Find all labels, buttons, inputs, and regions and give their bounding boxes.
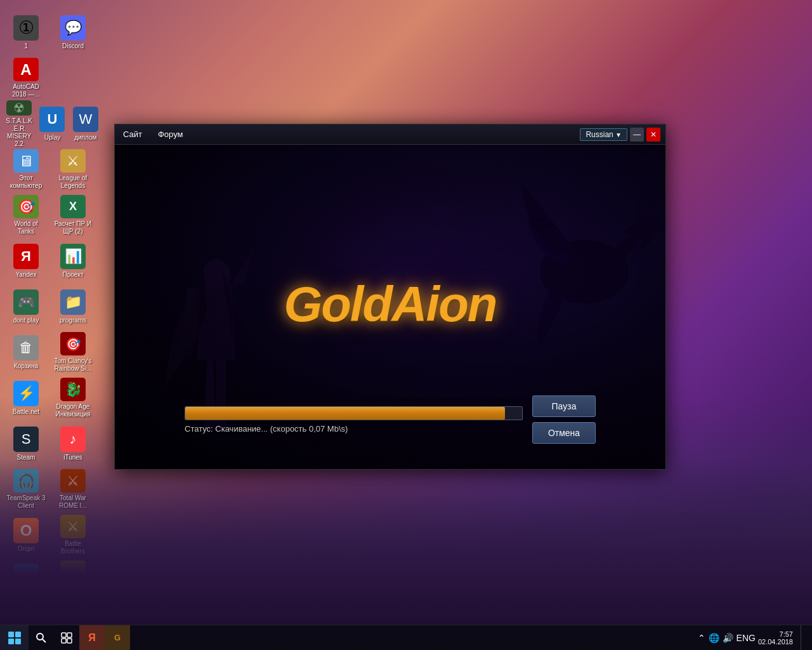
cancel-button[interactable]: Отмена <box>532 422 596 444</box>
svg-line-14 <box>43 639 46 642</box>
tray-network-icon[interactable]: 🌐 <box>709 633 719 643</box>
app-window: Сайт Форум Russian ▼ — ✕ <box>114 124 666 470</box>
taskbar-right-area: ⌃ 🌐 🔊 ENG 7:57 02.04.2018 <box>698 625 812 651</box>
minimize-button[interactable]: — <box>630 128 644 142</box>
clock-date: 02.04.2018 <box>758 638 793 646</box>
desktop-icon-korzina[interactable]: 🗑 Корзина <box>3 329 49 375</box>
svg-rect-15 <box>62 633 66 637</box>
progress-bar-container <box>185 406 523 420</box>
menu-forum[interactable]: Форум <box>155 128 187 140</box>
yandex-taskbar-button[interactable]: Я <box>79 625 105 651</box>
search-button[interactable] <box>29 625 54 651</box>
close-button[interactable]: ✕ <box>646 128 660 142</box>
taskbar-clock[interactable]: 7:57 02.04.2018 <box>758 630 793 646</box>
menu-bar: Сайт Форум <box>120 128 573 140</box>
menu-site[interactable]: Сайт <box>120 128 145 140</box>
svg-point-13 <box>37 633 43 640</box>
desktop-icon-yandex[interactable]: Я Yandex <box>3 238 49 284</box>
desktop-icon-teamspeak[interactable]: 🎧 TeamSpeak 3 Client <box>3 467 49 512</box>
progress-bar-fill <box>185 407 505 420</box>
desktop-icon-discord[interactable]: 💬 Discord <box>50 10 96 55</box>
task-view-button[interactable] <box>54 625 79 651</box>
desktop-icon-dragonage[interactable]: 🐉 Dragon Age Инквизиция <box>50 375 96 421</box>
system-tray: ⌃ 🌐 🔊 ENG <box>698 633 756 643</box>
taskview-icon <box>61 632 72 644</box>
desktop-icon-programs[interactable]: 📁 programs <box>50 284 96 329</box>
game-title: GoldAion <box>284 275 497 333</box>
pause-button[interactable]: Пауза <box>532 395 596 417</box>
desktop-icon-brothers[interactable]: ⚔ Battle Brothers <box>50 512 96 558</box>
download-area: Статус: Скачивание... (скорость 0,07 Mb\… <box>185 395 596 444</box>
svg-marker-8 <box>232 246 254 288</box>
desktop-icons-area: ① 1 💬 Discord A AutoCAD 2018 —... ☢ S.T.… <box>0 6 105 607</box>
taskbar: Я G ⌃ 🌐 🔊 ENG 7:57 02.04.2018 <box>0 625 812 650</box>
clock-time: 7:57 <box>780 630 793 638</box>
title-bar: Сайт Форум Russian ▼ — ✕ <box>115 124 665 145</box>
tray-arrow-icon[interactable]: ⌃ <box>698 633 705 643</box>
start-button[interactable] <box>0 625 29 651</box>
svg-point-9 <box>202 259 230 291</box>
show-desktop-button[interactable] <box>801 625 806 651</box>
desktop-icon-autocad[interactable]: A AutoCAD 2018 —... <box>3 55 49 101</box>
status-text: Статус: Скачивание... (скорость 0,07 Mb\… <box>185 424 523 434</box>
desktop-icon-skype[interactable]: S Skype <box>3 558 49 604</box>
desktop-icon-battlenet[interactable]: ⚡ Battle.net <box>3 375 49 421</box>
desktop-icon-lol[interactable]: ⚔ League of Legends <box>50 147 96 192</box>
desktop-icon-totalwar[interactable]: ⚔ Total War ROME I... <box>50 467 96 512</box>
progress-section: Статус: Скачивание... (скорость 0,07 Mb\… <box>185 406 523 434</box>
svg-rect-16 <box>67 633 72 637</box>
desktop-icon-rainbow[interactable]: 🎯 Tom Clancy's Rainbow Si... <box>50 329 96 375</box>
window-controls: Russian ▼ — ✕ <box>580 128 660 142</box>
desktop-icon-proekt[interactable]: 📊 Проект <box>50 238 96 284</box>
svg-marker-7 <box>181 288 200 348</box>
desktop-icon-1[interactable]: ① 1 <box>3 10 49 55</box>
desktop-icon-stalker[interactable]: ☢ S.T.A.L.K.E.R. MISERY 2.2 <box>3 101 35 147</box>
desktop-icon-steam[interactable]: S Steam <box>3 421 49 467</box>
svg-rect-18 <box>67 639 72 643</box>
search-icon <box>36 632 47 644</box>
desktop-icon-borderlands[interactable]: 🎮 Borderlands The Pre-S... <box>50 558 96 604</box>
desktop-icon-dontplay[interactable]: 🎮 dont play <box>3 284 49 329</box>
svg-marker-6 <box>197 284 235 361</box>
svg-rect-17 <box>62 639 66 643</box>
desktop-icon-diplom[interactable]: W диплом <box>70 101 102 147</box>
desktop-icon-uplay[interactable]: U Uplay <box>36 101 68 147</box>
desktop-icon-itunes[interactable]: ♪ iTunes <box>50 421 96 467</box>
language-selector[interactable]: Russian ▼ <box>580 128 627 141</box>
tray-lang-label[interactable]: ENG <box>737 633 756 643</box>
svg-point-10 <box>540 240 629 303</box>
desktop-icon-wot[interactable]: 🎯 World of Tanks <box>3 192 49 238</box>
desktop-icon-origin[interactable]: O Origin <box>3 512 49 558</box>
desktop: ① 1 💬 Discord A AutoCAD 2018 —... ☢ S.T.… <box>0 0 812 650</box>
windows-logo-icon <box>8 632 21 644</box>
svg-marker-11 <box>635 196 645 221</box>
svg-point-1 <box>200 145 581 399</box>
desktop-icon-computer[interactable]: 🖥 Этот компьютер <box>3 147 49 192</box>
goldaion-taskbar-button[interactable]: G <box>105 625 130 651</box>
tray-volume-icon[interactable]: 🔊 <box>723 633 733 643</box>
svg-marker-12 <box>645 192 654 218</box>
action-buttons: Пауза Отмена <box>532 395 596 444</box>
app-content: GoldAion Статус: Скачивание... (скорость… <box>115 145 665 469</box>
desktop-icon-calc[interactable]: X Расчет ПР И ЩР (2) <box>50 192 96 238</box>
